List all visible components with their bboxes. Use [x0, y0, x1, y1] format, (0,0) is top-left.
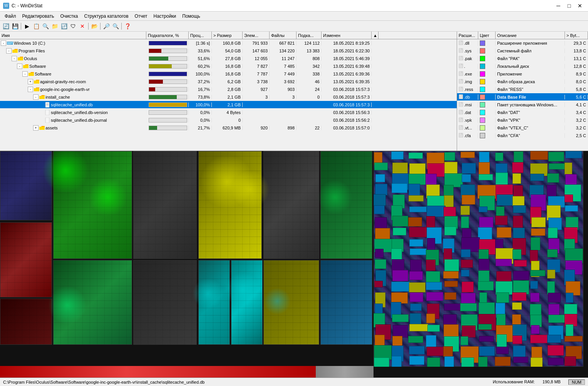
header-proc[interactable]: Проц... [189, 32, 212, 39]
menu-settings[interactable]: Настройки [150, 13, 179, 20]
toolbar-btn-6[interactable]: 🔃 [60, 22, 68, 30]
treemap-block[interactable] [263, 260, 319, 345]
toolbar-btn-del[interactable]: ✕ [78, 22, 87, 30]
header-changed[interactable]: Изменен [322, 32, 372, 39]
treemap-small-block [461, 152, 475, 158]
header-arrow[interactable]: ▲ [372, 32, 379, 39]
tree-row[interactable]: -google-inc-google-earth-vr16,7%2,8 GB92… [0, 86, 457, 93]
legend-row[interactable]: .dllРасширение приложения29,3 C [457, 39, 588, 47]
treemap-small-block [478, 281, 494, 290]
treemap-block[interactable] [231, 260, 263, 345]
tree-row[interactable]: sqlitecache_unified.db-journal0,0%003.06… [0, 116, 457, 124]
legend-headers: Расши... Цвет Описание > Byt... [457, 32, 588, 39]
treemap-small-block [374, 163, 388, 170]
legend-row[interactable]: .Локальный диск12,8 C [457, 62, 588, 70]
header-pct[interactable]: Подкаталоги, % [146, 32, 189, 39]
collapse-icon[interactable]: - [1, 40, 6, 46]
folder-icon [39, 126, 45, 130]
treemap-block[interactable] [198, 151, 262, 259]
treemap-block[interactable] [133, 151, 197, 259]
legend-file-icon [459, 117, 463, 123]
legend-row[interactable]: .cfaФайл "CFA"2,5 C [457, 132, 588, 139]
title-bar-controls[interactable]: ─ □ ✕ [553, 2, 585, 10]
legend-header-bytes[interactable]: > Byt... [565, 32, 588, 39]
treemap-small-block [461, 336, 468, 345]
tree-row[interactable]: +against-gravity-rec-room37,2%6,2 GB3 73… [0, 78, 457, 86]
expand-icon[interactable]: + [33, 125, 39, 131]
treemap-small-block [565, 205, 578, 211]
collapse-icon[interactable]: - [28, 87, 33, 92]
tree-row[interactable]: -Oculus51,6%27,8 GB12 05511 24780818.05.… [0, 55, 457, 62]
treemap-area[interactable] [0, 151, 588, 378]
treemap-block[interactable] [320, 260, 372, 345]
header-files[interactable]: Файлы [270, 32, 297, 39]
legend-row[interactable]: .exeПриложение8,9 C [457, 70, 588, 78]
tree-row[interactable]: -install_cache73,8%2,1 GB33003.06.2018 1… [0, 93, 457, 101]
legend-row[interactable]: .vt...Файл "VTEX_C"3,2 C [457, 124, 588, 132]
treemap-block[interactable] [0, 299, 52, 345]
collapse-icon[interactable]: - [6, 48, 12, 54]
toolbar-btn-5[interactable]: 📁 [50, 22, 59, 30]
legend-row[interactable]: .sysСистемный файл13,8 C [457, 47, 588, 55]
toolbar-btn-4[interactable]: 🔍 [41, 22, 50, 30]
menu-cleanup[interactable]: Очистка [57, 13, 81, 20]
minimize-button[interactable]: ─ [553, 2, 563, 10]
toolbar-btn-3[interactable]: 📋 [32, 22, 40, 30]
treemap-right-section[interactable] [374, 151, 583, 367]
toolbar-btn-1[interactable]: 💾 [11, 22, 19, 30]
toolbar-help[interactable]: ❓ [123, 22, 132, 30]
legend-row[interactable]: .imgФайл образа диска8,0 C [457, 78, 588, 86]
toolbar-btn-0[interactable]: 🔄 [2, 22, 10, 30]
treemap-block[interactable] [0, 151, 52, 220]
legend-row[interactable]: .vpkФайл "VPK"3,2 C [457, 116, 588, 124]
menu-file[interactable]: Файл [2, 13, 19, 20]
header-subdir[interactable]: Подка... [297, 32, 322, 39]
treemap-block[interactable] [133, 260, 197, 345]
collapse-icon[interactable]: - [12, 56, 17, 61]
legend-row[interactable]: .ressФайл "RESS"5,8 C [457, 86, 588, 93]
header-name[interactable]: Имя [0, 32, 146, 39]
toolbar-btn-open[interactable]: 📂 [90, 22, 99, 30]
tree-row[interactable]: -Program Files33,6%54,0 GB147 603134 220… [0, 47, 457, 55]
collapse-icon[interactable]: - [22, 71, 28, 77]
treemap-block[interactable] [198, 260, 230, 345]
tree-row[interactable]: sqlitecache_unified.db-version0,0%4 Byte… [0, 109, 457, 116]
tree-row[interactable]: sqlitecache_unified.db100,0%2,1 GB03.06.… [0, 101, 457, 109]
legend-row[interactable]: .pakФайл "РАК"13,1 C [457, 55, 588, 62]
menu-treemap[interactable]: Структура каталогов [81, 13, 131, 20]
maximize-button[interactable]: □ [564, 2, 574, 10]
legend-row[interactable]: .msiПакет установщика Windows...4,1 C [457, 101, 588, 109]
legend-header-ext[interactable]: Расши... [457, 32, 478, 39]
legend-row[interactable]: .dbData Base File5,6 C [457, 93, 588, 101]
collapse-icon[interactable]: - [17, 64, 22, 69]
expand-icon[interactable]: + [28, 79, 33, 84]
legend-header-desc[interactable]: Описание [496, 32, 565, 39]
main-content: Имя Подкаталоги, % Проц... > Размер Элем… [0, 32, 588, 378]
treemap-block[interactable] [263, 151, 319, 259]
treemap-block[interactable] [53, 260, 132, 345]
tree-row[interactable]: -Software60,2%16,8 GB7 8277 48534213.05.… [0, 62, 457, 70]
header-elem[interactable]: Элем... [243, 32, 270, 39]
folder-icon [28, 72, 34, 76]
toolbar-zoom-out[interactable]: 🔍 [111, 22, 120, 30]
toolbar-sep-2 [88, 23, 89, 30]
tree-row[interactable]: +assets21,7%620,9 MB9208982203.06.2018 1… [0, 124, 457, 132]
header-size[interactable]: > Размер [212, 32, 243, 39]
tree-row[interactable]: -Windows 10 (C:)[1:36 s]160,8 GB791 9336… [0, 39, 457, 47]
treemap-small-block [548, 293, 561, 302]
toolbar-btn-7[interactable]: 🛡 [69, 22, 77, 30]
menu-help[interactable]: Помощь [179, 13, 203, 20]
menu-edit[interactable]: Редактировать [19, 13, 57, 20]
treemap-block[interactable] [320, 151, 372, 259]
close-button[interactable]: ✕ [575, 2, 585, 10]
toolbar-zoom-in[interactable]: 🔎 [102, 22, 111, 30]
toolbar-btn-2[interactable]: ▶ [23, 22, 31, 30]
legend-row[interactable]: .datФайл "DAT"3,4 C [457, 109, 588, 116]
treemap-block[interactable] [0, 222, 52, 297]
tree-row[interactable]: -Software100,0%16,8 GB7 7877 44933813.05… [0, 70, 457, 78]
collapse-icon[interactable]: - [33, 94, 39, 100]
menu-report[interactable]: Отчет [132, 13, 151, 20]
legend-header-color[interactable]: Цвет [478, 32, 496, 39]
treemap-block[interactable] [53, 151, 132, 259]
row-name-text: Windows 10 (C:) [14, 41, 45, 45]
